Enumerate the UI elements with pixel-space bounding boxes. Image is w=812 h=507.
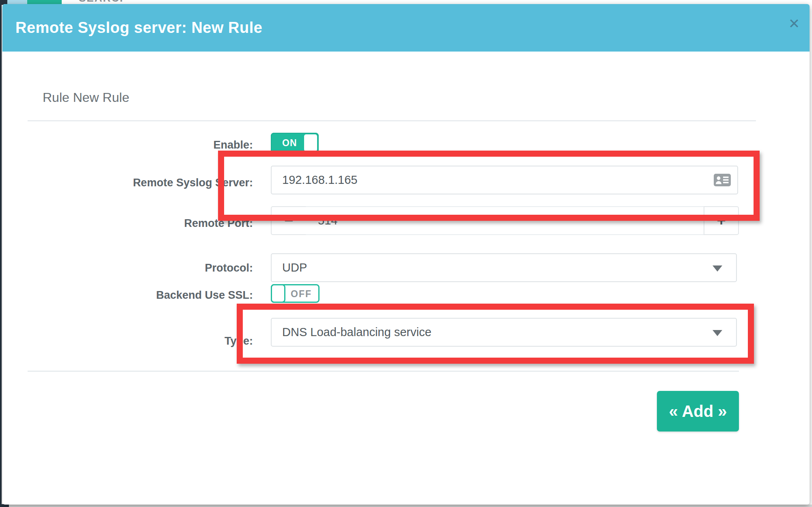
port-increment-button[interactable]: + bbox=[704, 206, 739, 235]
enable-toggle-state: ON bbox=[282, 138, 297, 149]
chevron-down-icon bbox=[713, 330, 722, 336]
ssl-toggle[interactable]: OFF bbox=[271, 284, 320, 303]
port-label: Remote Port: bbox=[41, 217, 253, 230]
protocol-label: Protocol: bbox=[41, 262, 253, 274]
divider bbox=[28, 371, 739, 372]
protocol-selected-value: UDP bbox=[282, 261, 307, 274]
ssl-toggle-state: OFF bbox=[291, 289, 312, 300]
protocol-select[interactable]: UDP bbox=[271, 253, 737, 282]
modal-title: Remote Syslog server: New Rule bbox=[15, 19, 262, 37]
background-bottom-band bbox=[0, 505, 812, 507]
screen: SEARCH Remote Syslog server: New Rule ✕ … bbox=[0, 0, 812, 507]
port-input[interactable] bbox=[306, 206, 704, 235]
enable-label: Enable: bbox=[41, 139, 253, 151]
close-icon[interactable]: ✕ bbox=[785, 15, 803, 32]
background-bottom-corner bbox=[0, 504, 9, 507]
ssl-label: Backend Use SSL: bbox=[41, 289, 253, 302]
enable-toggle[interactable]: ON bbox=[271, 133, 319, 153]
modal-header: Remote Syslog server: New Rule bbox=[2, 4, 810, 52]
server-input[interactable] bbox=[271, 166, 738, 194]
enable-toggle-knob bbox=[304, 134, 317, 151]
divider bbox=[28, 120, 756, 121]
chevron-down-icon bbox=[713, 265, 722, 272]
type-label: Type: bbox=[41, 335, 253, 347]
ssl-toggle-knob bbox=[271, 284, 285, 303]
port-stepper: − + bbox=[271, 206, 739, 235]
background-left-edge bbox=[0, 0, 2, 507]
contact-card-icon bbox=[714, 174, 731, 186]
section-heading: Rule New Rule bbox=[43, 90, 129, 105]
server-label: Remote Syslog Server: bbox=[41, 177, 253, 189]
add-button[interactable]: « Add » bbox=[657, 391, 739, 431]
type-select[interactable]: DNS Load-balancing service bbox=[271, 318, 737, 347]
type-selected-value: DNS Load-balancing service bbox=[282, 326, 432, 339]
port-decrement-button[interactable]: − bbox=[271, 206, 307, 235]
